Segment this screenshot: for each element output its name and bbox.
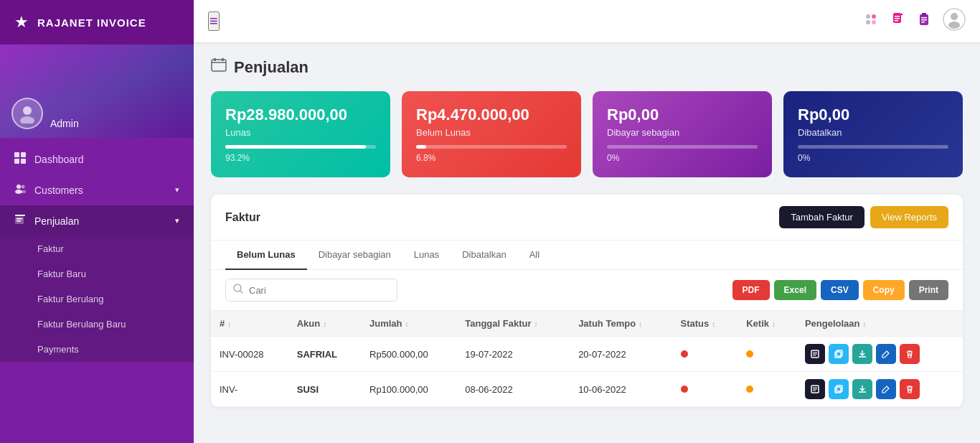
sidebar-title: RAJANET INVOICE xyxy=(37,17,146,29)
action-edit-button[interactable] xyxy=(876,379,896,399)
svg-point-16 xyxy=(872,14,876,19)
cell-akun: SAFRIAL xyxy=(288,337,361,372)
stat-card-belum-lunas: Rp4.470.000,00 Belum Lunas 6.8% xyxy=(402,91,581,177)
action-detail-button[interactable] xyxy=(805,344,825,364)
svg-point-7 xyxy=(15,190,22,194)
faktur-section: Faktur Tambah Faktur View Reports Belum … xyxy=(211,195,963,407)
stat-bar-track-dibatalkan xyxy=(798,145,948,149)
col-pengelolaan: Pengelolaan↕ xyxy=(796,311,963,337)
stat-percent-lunas: 93.2% xyxy=(225,153,376,163)
action-download-button[interactable] xyxy=(852,344,872,364)
tab-lunas[interactable]: Lunas xyxy=(402,241,451,270)
submenu-item-faktur-berulang-baru[interactable]: Faktur Berulang Baru xyxy=(0,312,194,337)
svg-line-35 xyxy=(240,291,242,293)
print-button[interactable]: Print xyxy=(909,280,948,300)
svg-rect-4 xyxy=(14,159,19,164)
svg-rect-3 xyxy=(21,152,26,157)
status-dot-red xyxy=(681,350,688,358)
clipboard-icon[interactable] xyxy=(917,12,931,30)
tab-dibayar-sebagian[interactable]: Dibayar sebagian xyxy=(307,241,402,270)
stat-label-lunas: Lunas xyxy=(225,127,376,138)
penjualan-page-icon xyxy=(211,57,227,77)
page-title: Penjualan xyxy=(234,58,308,77)
sidebar-username: Admin xyxy=(50,118,79,129)
svg-point-9 xyxy=(22,190,26,193)
svg-point-0 xyxy=(23,106,32,115)
submenu-item-payments[interactable]: Payments xyxy=(0,337,194,362)
dashboard-icon xyxy=(14,152,26,166)
action-delete-button[interactable] xyxy=(900,379,920,399)
customers-icon xyxy=(14,183,26,197)
action-copy-button[interactable] xyxy=(829,344,849,364)
user-profile-icon[interactable] xyxy=(943,8,966,34)
cell-ketik xyxy=(738,372,796,407)
svg-rect-25 xyxy=(921,19,927,21)
svg-rect-10 xyxy=(15,215,25,216)
stat-percent-dibayar: 0% xyxy=(607,153,758,163)
svg-point-8 xyxy=(22,185,25,189)
col-jumlah: Jumlah↕ xyxy=(361,311,456,337)
cell-status xyxy=(672,337,738,372)
svg-rect-30 xyxy=(212,60,226,71)
col-tanggal: Tanggal Faktur↕ xyxy=(456,311,570,337)
topbar: ≡ xyxy=(194,0,980,43)
stat-card-lunas: Rp28.980.000,00 Lunas 93.2% xyxy=(211,91,390,177)
excel-button[interactable]: Excel xyxy=(774,280,816,300)
col-status: Status↕ xyxy=(672,311,738,337)
tab-dibatalkan[interactable]: Dibatalkan xyxy=(451,241,517,270)
dots-icon[interactable] xyxy=(864,13,880,29)
submenu-item-faktur[interactable]: Faktur xyxy=(0,236,194,261)
submenu-item-faktur-baru[interactable]: Faktur Baru xyxy=(0,261,194,286)
stat-bar-track-lunas xyxy=(225,145,376,149)
copy-button[interactable]: Copy xyxy=(863,280,905,300)
pdf-button[interactable]: PDF xyxy=(732,280,770,300)
csv-button[interactable]: CSV xyxy=(821,280,859,300)
chevron-down-icon: ▾ xyxy=(175,216,179,225)
avatar xyxy=(11,98,43,129)
search-input[interactable] xyxy=(249,285,390,296)
sidebar-item-customers[interactable]: Customers ▾ xyxy=(0,174,194,205)
svg-rect-12 xyxy=(17,218,22,220)
svg-rect-33 xyxy=(222,58,224,61)
action-edit-button[interactable] xyxy=(876,344,896,364)
svg-point-17 xyxy=(872,20,876,24)
svg-rect-21 xyxy=(895,20,898,22)
action-delete-button[interactable] xyxy=(900,344,920,364)
submenu-item-faktur-berulang[interactable]: Faktur Berulang xyxy=(0,286,194,312)
action-detail-button[interactable] xyxy=(805,379,825,399)
col-ketik: Ketik↕ xyxy=(738,311,796,337)
tab-belum-lunas[interactable]: Belum Lunas xyxy=(225,241,307,270)
file-icon[interactable] xyxy=(891,12,905,30)
menu-toggle-button[interactable]: ≡ xyxy=(208,11,220,31)
col-jatuh-tempo: Jatuh Tempo↕ xyxy=(570,311,672,337)
sidebar-item-dashboard[interactable]: Dashboard xyxy=(0,144,194,174)
svg-rect-40 xyxy=(837,350,842,356)
table-row: INV- SUSI Rp100.000,00 08-06-2022 10-06-… xyxy=(211,372,963,407)
tab-all[interactable]: All xyxy=(518,241,551,270)
stat-label-belum-lunas: Belum Lunas xyxy=(416,127,567,138)
svg-point-29 xyxy=(948,22,960,29)
chevron-down-icon: ▾ xyxy=(175,185,179,195)
search-box[interactable] xyxy=(225,279,397,302)
svg-rect-47 xyxy=(837,386,842,391)
svg-point-28 xyxy=(951,13,958,20)
status-dot-orange xyxy=(746,350,753,358)
col-number: #↕ xyxy=(211,311,288,337)
sidebar-item-penjualan[interactable]: Penjualan ▾ xyxy=(0,205,194,236)
stat-amount-lunas: Rp28.980.000,00 xyxy=(225,106,376,124)
svg-rect-32 xyxy=(214,58,216,61)
view-reports-button[interactable]: View Reports xyxy=(870,206,948,228)
svg-rect-20 xyxy=(895,18,900,19)
cell-jumlah: Rp500.000,00 xyxy=(361,337,456,372)
stat-card-dibatalkan: Rp0,00 Dibatalkan 0% xyxy=(783,91,963,177)
tambah-faktur-button[interactable]: Tambah Faktur xyxy=(779,206,864,228)
cell-ketik xyxy=(738,337,796,372)
svg-rect-13 xyxy=(17,220,21,222)
action-copy-button[interactable] xyxy=(829,379,849,399)
faktur-table: #↕ Akun↕ Jumlah↕ Tanggal Faktur↕ Jatuh T… xyxy=(211,311,963,407)
faktur-tabs: Belum Lunas Dibayar sebagian Lunas Dibat… xyxy=(211,241,963,270)
sidebar-item-label: Penjualan xyxy=(34,215,79,227)
stat-card-dibayar-sebagian: Rp0,00 Dibayar sebagian 0% xyxy=(593,91,772,177)
stat-label-dibatalkan: Dibatalkan xyxy=(798,127,948,138)
action-download-button[interactable] xyxy=(852,379,872,399)
